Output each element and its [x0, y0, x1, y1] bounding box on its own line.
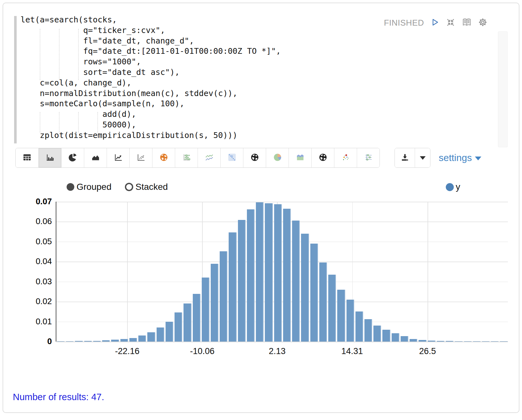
- chart-type-heatmap-button[interactable]: [220, 148, 243, 167]
- histogram-bar[interactable]: [337, 290, 345, 342]
- histogram-bar[interactable]: [129, 338, 137, 342]
- settings-toggle[interactable]: settings: [439, 152, 481, 163]
- scatter-plot-icon: [137, 153, 145, 163]
- indent-guide: [59, 112, 60, 133]
- histogram-bar[interactable]: [220, 251, 227, 342]
- histogram-bar[interactable]: [229, 232, 236, 342]
- histogram-bar[interactable]: [211, 264, 218, 342]
- histogram-bar[interactable]: [428, 341, 436, 342]
- histogram-bar[interactable]: [184, 303, 191, 342]
- histogram-bar[interactable]: [292, 221, 300, 342]
- histogram-bar[interactable]: [464, 341, 472, 342]
- histogram-bar[interactable]: [419, 340, 426, 342]
- histogram-bar[interactable]: [102, 340, 110, 342]
- histogram-bar[interactable]: [84, 341, 92, 342]
- histogram-bar[interactable]: [319, 262, 327, 342]
- bars-row: [57, 202, 508, 342]
- histogram-bar[interactable]: [364, 319, 372, 342]
- histogram-bar[interactable]: [392, 333, 399, 342]
- histogram-bar[interactable]: [175, 312, 182, 342]
- histogram-bar[interactable]: [283, 209, 291, 342]
- x-tick-label: 26.5: [419, 346, 436, 356]
- histogram-bar[interactable]: [410, 339, 417, 342]
- download-button[interactable]: [395, 148, 415, 167]
- indent-guide: [59, 29, 60, 80]
- histogram-bar[interactable]: [437, 341, 445, 342]
- chart-type-scatter-button[interactable]: [129, 148, 152, 167]
- indent-guide: [40, 29, 40, 80]
- chart-type-pie2-button[interactable]: [266, 148, 289, 167]
- editor-scrollbar[interactable]: [498, 31, 508, 147]
- paragraph-settings-button[interactable]: [477, 17, 488, 28]
- histogram-bar[interactable]: [256, 202, 264, 342]
- chart-type-map-button[interactable]: [152, 148, 175, 167]
- multi-line-icon: [205, 153, 214, 163]
- chart-type-pie-button[interactable]: [61, 148, 84, 167]
- histogram-bar[interactable]: [111, 340, 119, 342]
- chart-type-line-button[interactable]: [107, 148, 129, 167]
- histogram-bar[interactable]: [446, 341, 453, 342]
- chart-type-globe1-button[interactable]: [243, 148, 266, 167]
- chart-type-bubble-button[interactable]: [175, 148, 198, 167]
- x-tick-label: 2.13: [269, 346, 286, 356]
- y-tick-label: 0.07: [11, 197, 52, 206]
- y-tick-label: 0.01: [11, 317, 52, 327]
- histogram-bar[interactable]: [373, 326, 381, 342]
- histogram-bar[interactable]: [473, 341, 481, 342]
- collapse-button[interactable]: [445, 17, 456, 28]
- download-options-button[interactable]: [415, 148, 430, 167]
- chart-type-toolbar: [15, 148, 380, 168]
- chart-type-multiline-button[interactable]: [198, 148, 220, 167]
- chart-type-area-button[interactable]: [84, 148, 107, 167]
- show-editor-button[interactable]: [461, 17, 472, 28]
- editor-gutter: [14, 16, 17, 143]
- y-gridline: [56, 342, 508, 342]
- histogram-bar[interactable]: [274, 204, 282, 342]
- histogram-bar[interactable]: [238, 220, 246, 342]
- book-icon: [462, 17, 472, 28]
- chart-type-parallel-button[interactable]: [357, 148, 379, 167]
- run-button[interactable]: [429, 17, 440, 28]
- histogram-bar[interactable]: [120, 339, 128, 342]
- series-legend[interactable]: y: [446, 182, 460, 192]
- chart-type-bar-button[interactable]: [38, 148, 61, 167]
- stacked-label: Stacked: [135, 182, 168, 192]
- grouped-radio[interactable]: Grouped: [67, 182, 111, 192]
- bar-chart-icon: [46, 153, 54, 163]
- histogram-bar[interactable]: [75, 341, 83, 342]
- histogram-bar[interactable]: [147, 332, 155, 342]
- histogram-bar[interactable]: [202, 278, 209, 342]
- histogram-bar[interactable]: [247, 209, 255, 342]
- histogram-plot[interactable]: 0.070.060.050.040.030.020.010-22.16-10.0…: [56, 202, 508, 342]
- code-editor[interactable]: let(a=search(stocks, q="ticker_s:cvx", f…: [3, 3, 519, 148]
- histogram-bar[interactable]: [66, 341, 74, 342]
- chart-type-globe2-button[interactable]: [311, 148, 334, 167]
- download-group: [395, 148, 430, 168]
- histogram-bar[interactable]: [500, 341, 508, 342]
- histogram-bar[interactable]: [138, 335, 146, 342]
- histogram-bar[interactable]: [401, 336, 408, 342]
- histogram-bar[interactable]: [193, 294, 200, 342]
- histogram-bar[interactable]: [482, 341, 490, 342]
- area-colored-icon: [296, 153, 305, 163]
- histogram-bar[interactable]: [347, 300, 354, 342]
- chart-type-scatter2-button[interactable]: [334, 148, 357, 167]
- histogram-bar[interactable]: [265, 203, 273, 342]
- table-icon: [23, 153, 31, 163]
- histogram-bar[interactable]: [382, 330, 390, 342]
- histogram-bar[interactable]: [355, 311, 363, 342]
- histogram-bar[interactable]: [157, 327, 164, 342]
- histogram-bar[interactable]: [310, 244, 318, 342]
- histogram-bar[interactable]: [491, 341, 499, 342]
- chart-type-area2-button[interactable]: [289, 148, 311, 167]
- y-tick-label: 0.05: [11, 237, 52, 246]
- histogram-bar[interactable]: [328, 275, 336, 342]
- histogram-bar[interactable]: [57, 341, 65, 342]
- histogram-bar[interactable]: [455, 341, 462, 342]
- grouped-label: Grouped: [77, 182, 111, 192]
- histogram-bar[interactable]: [93, 341, 101, 342]
- histogram-bar[interactable]: [166, 322, 173, 342]
- histogram-bar[interactable]: [301, 234, 309, 342]
- chart-type-table-button[interactable]: [16, 148, 38, 167]
- stacked-radio[interactable]: Stacked: [125, 182, 168, 192]
